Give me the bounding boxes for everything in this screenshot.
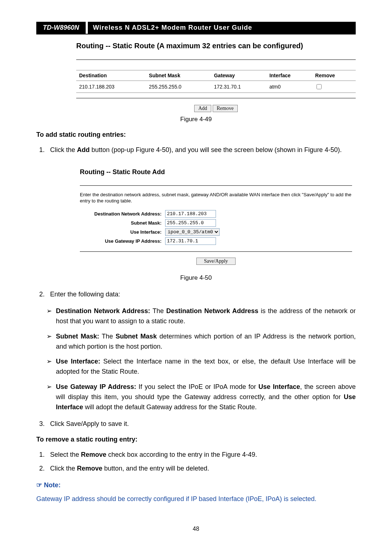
list-item: Enter the following data:	[46, 290, 356, 300]
add-button[interactable]: Add	[194, 105, 211, 112]
list-item: Use Interface: Select the Interface name…	[46, 357, 356, 377]
static-route-list-panel: Routing -- Static Route (A maximum 32 en…	[76, 42, 356, 112]
col-remove: Remove	[312, 70, 356, 81]
figure-caption: Figure 4-50	[36, 274, 356, 282]
label-dest: Destination Network Address:	[80, 211, 165, 217]
form-description: Enter the destination network address, s…	[80, 192, 352, 204]
divider	[80, 185, 352, 186]
col-interface: Interface	[266, 70, 312, 81]
note-heading: ☞ Note:	[36, 481, 356, 489]
list-item: Subnet Mask: The Subnet Mask determines …	[46, 332, 356, 352]
list-item: Click the Remove button, and the entry w…	[46, 464, 356, 474]
cell-gateway: 172.31.70.1	[211, 81, 266, 93]
cell-subnet-mask: 255.255.255.0	[146, 81, 211, 93]
panel-title: Routing -- Static Route (A maximum 32 en…	[76, 42, 356, 50]
remove-checkbox[interactable]	[317, 84, 322, 89]
divider	[76, 59, 356, 60]
model-label: TD-W8960N	[36, 22, 86, 34]
use-interface-select[interactable]: ipoe_0_0_35/atm0	[165, 228, 220, 236]
table-row: 210.17.188.203 255.255.255.0 172.31.70.1…	[76, 81, 356, 93]
add-heading: To add static routing entries:	[36, 131, 356, 139]
save-apply-button[interactable]: Save/Apply	[196, 258, 236, 265]
route-table: Destination Subnet Mask Gateway Interfac…	[76, 70, 356, 93]
list-item: Use Gateway IP Address: If you select th…	[46, 382, 356, 413]
col-subnet-mask: Subnet Mask	[146, 70, 211, 81]
divider	[80, 251, 352, 252]
cell-remove	[312, 81, 356, 93]
static-route-add-panel: Routing -- Static Route Add Enter the de…	[76, 162, 356, 271]
page-number: 48	[36, 526, 356, 532]
label-gw: Use Gateway IP Address:	[80, 238, 165, 244]
label-mask: Subnet Mask:	[80, 220, 165, 226]
cell-destination: 210.17.188.203	[76, 81, 146, 93]
col-gateway: Gateway	[211, 70, 266, 81]
destination-input[interactable]	[165, 210, 216, 218]
figure-caption: Figure 4-49	[36, 116, 356, 123]
list-item: Click Save/Apply to save it.	[46, 419, 356, 429]
guide-title: Wireless N ADSL2+ Modem Router User Guid…	[88, 22, 356, 34]
list-item: Click the Add button (pop-up Figure 4-50…	[46, 145, 356, 155]
subnet-mask-input[interactable]	[165, 219, 216, 227]
remove-button[interactable]: Remove	[213, 105, 238, 112]
panel-title: Routing -- Static Route Add	[80, 168, 352, 176]
col-destination: Destination	[76, 70, 146, 81]
remove-heading: To remove a static routing entry:	[36, 436, 356, 443]
label-iface: Use Interface:	[80, 229, 165, 235]
doc-header: TD-W8960N Wireless N ADSL2+ Modem Router…	[36, 22, 356, 34]
note-body: Gateway IP address should be correctly c…	[36, 494, 356, 504]
gateway-input[interactable]	[165, 237, 216, 245]
hand-icon: ☞	[36, 481, 42, 489]
cell-interface: atm0	[266, 81, 312, 93]
list-item: Select the Remove check box according to…	[46, 450, 356, 460]
list-item: Destination Network Address: The Destina…	[46, 306, 356, 327]
